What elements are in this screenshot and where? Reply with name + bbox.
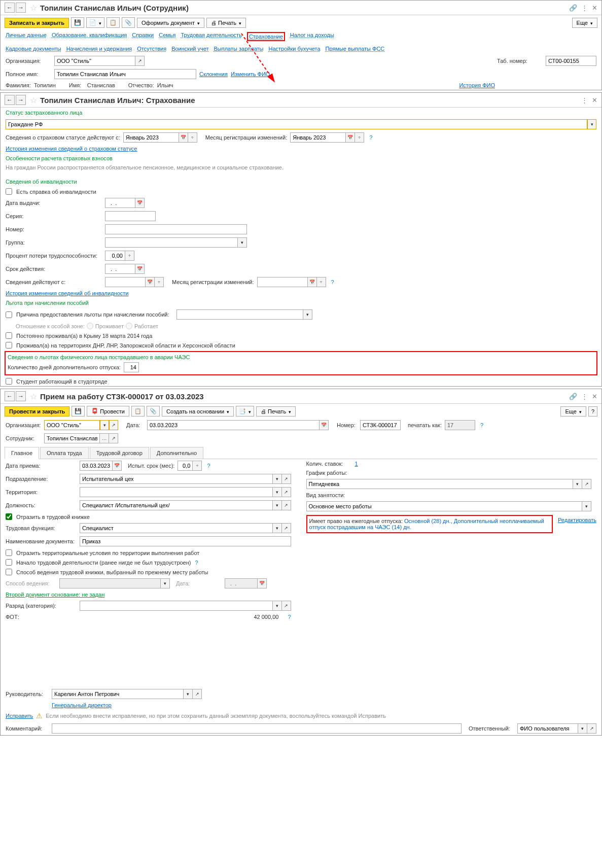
rank-input[interactable] (80, 601, 273, 611)
save-button[interactable]: 💾 (71, 17, 84, 28)
template-button[interactable]: 📑 (236, 406, 254, 416)
forward-button[interactable]: → (16, 95, 26, 105)
tab-tax[interactable]: Налог на доходы (290, 32, 334, 41)
post-close-button[interactable]: Провести и закрыть (5, 406, 69, 416)
help-icon[interactable]: ? (288, 614, 291, 620)
calendar-icon[interactable]: 📅 (179, 132, 188, 143)
open-icon[interactable]: ↗ (582, 479, 591, 489)
status-dropdown-icon[interactable]: ▾ (587, 119, 596, 129)
comment-input[interactable] (52, 723, 462, 734)
open-icon[interactable]: ↗ (282, 487, 291, 497)
tab-accounting[interactable]: Настройки бухучета (268, 46, 320, 52)
tab-extra[interactable]: Дополнительно (150, 447, 203, 459)
tab-pay[interactable]: Оплата труда (40, 447, 89, 459)
dropdown-icon[interactable]: ▾ (100, 420, 109, 430)
tab-insurance[interactable]: Страхование (247, 32, 285, 41)
tabno-input[interactable] (546, 56, 596, 66)
fio-history-link[interactable]: История ФИО (459, 82, 495, 88)
workbook-method-checkbox[interactable] (6, 569, 12, 575)
back-button[interactable]: ← (5, 391, 15, 401)
help-icon[interactable]: ? (331, 279, 334, 285)
open-icon[interactable]: ↗ (193, 689, 202, 699)
copy-button[interactable]: 📄 (86, 17, 104, 28)
edit-link[interactable]: Редактировать (558, 517, 596, 523)
post-button[interactable]: 📮 Провести (87, 406, 129, 416)
dropdown-icon[interactable]: ▾ (238, 237, 247, 248)
pos-input[interactable] (80, 500, 273, 510)
dropdown-icon[interactable]: ▾ (578, 723, 587, 734)
save-close-button[interactable]: Записать и закрыть (5, 18, 69, 28)
reg-month2-input[interactable] (257, 277, 308, 287)
hire-date-input[interactable] (80, 461, 113, 471)
benefit-reason-input[interactable] (176, 309, 303, 320)
dropdown-icon[interactable]: ▾ (273, 523, 282, 533)
number-input[interactable] (105, 224, 247, 234)
tab-personal[interactable]: Личные данные (6, 32, 47, 41)
more-button[interactable]: Еще (572, 18, 597, 28)
more-icon[interactable]: ⋮ (581, 393, 588, 400)
schedule-input[interactable] (306, 479, 574, 489)
spinner-icon[interactable]: ÷ (355, 132, 364, 143)
dropdown-icon[interactable]: ▾ (273, 487, 282, 497)
back-button[interactable]: ← (5, 95, 15, 105)
open-icon[interactable]: ↗ (282, 474, 291, 484)
tab-payroll[interactable]: Начисления и удержания (66, 46, 132, 52)
help-icon[interactable]: ? (480, 422, 483, 428)
reg-month-input[interactable] (290, 132, 346, 143)
dropdown-icon[interactable]: ▾ (184, 689, 193, 699)
has-cert-checkbox[interactable] (6, 188, 12, 195)
status-input[interactable] (6, 119, 587, 129)
series-input[interactable] (105, 211, 156, 221)
disability-history-link[interactable]: История изменения сведений об инвалиднос… (6, 290, 128, 296)
percent-input[interactable] (105, 251, 125, 261)
tab-references[interactable]: Справки (132, 32, 154, 41)
more-icon[interactable]: ⋮ (581, 4, 588, 12)
declensions-link[interactable]: Склонения (199, 71, 228, 77)
group-input[interactable] (105, 237, 238, 248)
tab-work[interactable]: Трудовая деятельность (181, 32, 242, 41)
create-based-button[interactable]: Создать на основании (162, 406, 234, 416)
calendar-icon[interactable]: 📅 (113, 461, 122, 471)
link-icon[interactable]: 🔗 (569, 393, 577, 400)
student-checkbox[interactable] (6, 378, 12, 385)
spinner-icon[interactable]: ÷ (193, 461, 202, 471)
responsible-input[interactable] (517, 723, 578, 734)
open-icon[interactable]: ↗ (109, 420, 118, 430)
status-history-link[interactable]: История изменения сведений о страховом с… (6, 146, 137, 152)
doc-name-input[interactable] (80, 536, 291, 546)
dropdown-icon[interactable]: ▾ (303, 309, 312, 320)
dropdown-icon[interactable]: ▾ (573, 479, 582, 489)
calendar-icon[interactable]: 📅 (135, 198, 145, 208)
print-button[interactable]: 🖨 Печать (256, 406, 296, 416)
tab-main[interactable]: Главное (5, 447, 39, 459)
issue-date-input[interactable] (105, 198, 135, 208)
calendar-icon[interactable]: 📅 (135, 264, 145, 274)
doc-button[interactable]: 📋 (131, 406, 145, 416)
close-icon[interactable]: ✕ (592, 96, 597, 104)
open-icon[interactable]: ↗ (282, 500, 291, 510)
dept-input[interactable] (80, 474, 273, 484)
open-icon[interactable]: ↗ (282, 601, 291, 611)
dropdown-icon[interactable]: ▾ (273, 601, 282, 611)
fullname-input[interactable] (54, 69, 196, 79)
emp-input[interactable] (44, 433, 100, 443)
star-icon[interactable]: ☆ (30, 392, 37, 401)
attach-button[interactable]: 📎 (147, 406, 160, 416)
dnr-checkbox[interactable] (6, 342, 12, 349)
org-input[interactable] (54, 56, 135, 66)
print-button[interactable]: 🖨 Печать (206, 18, 246, 28)
crimea-checkbox[interactable] (6, 332, 12, 339)
doc-button[interactable]: 📋 (107, 17, 120, 28)
spinner-icon[interactable]: ÷ (155, 277, 164, 287)
help-icon[interactable]: ? (369, 134, 372, 141)
help-icon[interactable]: ? (195, 560, 198, 566)
spinner-icon[interactable]: ÷ (125, 251, 134, 261)
valid-input[interactable] (105, 264, 135, 274)
star-icon[interactable]: ☆ (30, 3, 37, 13)
benefit-reason-checkbox[interactable] (6, 311, 12, 318)
help-button[interactable]: ? (588, 406, 597, 416)
back-button[interactable]: ← (5, 3, 15, 13)
calendar-icon[interactable]: 📅 (146, 277, 155, 287)
star-icon[interactable]: ☆ (30, 95, 37, 105)
org-input[interactable] (44, 420, 100, 430)
